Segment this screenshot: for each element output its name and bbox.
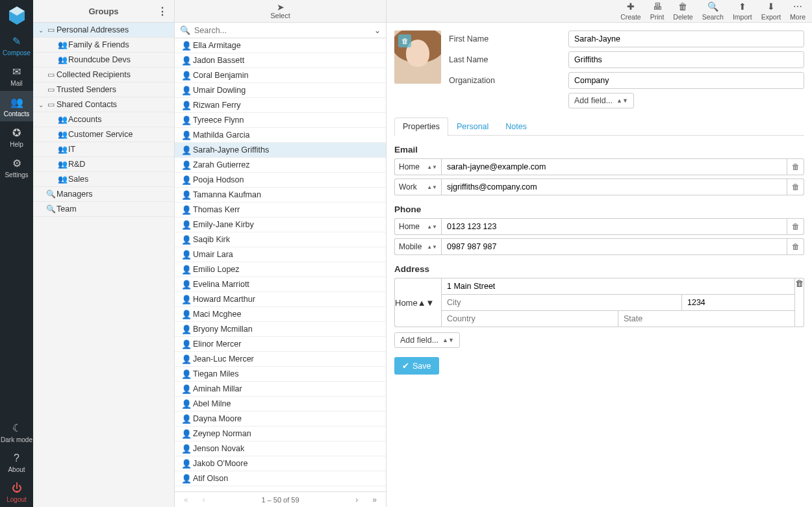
contact-item[interactable]: 👤Jean-Luc Mercer [175,352,386,367]
group-node[interactable]: ⌄▭Personal Addresses [33,23,174,38]
contact-item[interactable]: 👤Emily-Jane Kirby [175,217,386,232]
contact-item[interactable]: 👤Rizwan Ferry [175,98,386,113]
contact-item[interactable]: 👤Elinor Mercer [175,337,386,352]
pager-last-icon[interactable]: » [372,495,377,504]
nav-help[interactable]: ✪Help [0,121,33,152]
contact-item[interactable]: 👤Atif Olson [175,471,386,486]
contact-item[interactable]: 👤Maci Mcghee [175,307,386,322]
contact-item[interactable]: 👤Tiegan Miles [175,367,386,382]
phone-input[interactable] [441,218,787,235]
phone-input[interactable] [441,238,787,255]
import-button[interactable]: ⬆Import [733,1,752,21]
contact-name: Tamanna Kaufman [193,190,261,199]
contact-item[interactable]: 👤Zeynep Norman [175,427,386,441]
first-name-input[interactable] [568,31,804,47]
group-node[interactable]: 🔍Team [33,202,174,217]
contact-item[interactable]: 👤Bryony Mcmillan [175,322,386,337]
group-node[interactable]: ▭Collected Recipients [33,68,174,82]
group-node[interactable]: 👥Family & Friends [33,38,174,53]
delete-row-button[interactable]: 🗑 [787,179,804,195]
nav-mail[interactable]: ✉Mail [0,60,33,91]
email-input[interactable] [441,179,787,195]
contact-item[interactable]: 👤Emilio Lopez [175,262,386,277]
tab-properties[interactable]: Properties [394,117,448,136]
print-button[interactable]: 🖶Print [650,1,665,21]
more-button[interactable]: ⋯More [790,1,806,21]
expand-icon[interactable]: ⌄ [37,101,45,108]
contact-item[interactable]: 👤Umair Dowling [175,83,386,98]
contact-item[interactable]: 👤Jadon Bassett [175,53,386,68]
delete-row-button[interactable]: 🗑 [787,158,804,175]
pager-first-icon[interactable]: « [184,495,188,504]
contact-item[interactable]: 👤Evelina Marriott [175,277,386,292]
export-button[interactable]: ⬇Export [761,1,781,21]
contact-item[interactable]: 👤Tamanna Kaufman [175,188,386,203]
delete-button[interactable]: 🗑Delete [673,1,692,21]
add-field-select-2[interactable]: Add field...▲▼ [394,332,460,348]
group-node[interactable]: 👥R&D [33,157,174,172]
pager-prev-icon[interactable]: ‹ [203,495,205,504]
search-options-icon[interactable]: ⌄ [374,26,381,35]
group-node[interactable]: 👥Roundcube Devs [33,53,174,68]
street-input[interactable] [441,278,795,294]
group-node[interactable]: 🔍Managers [33,187,174,202]
pager-next-icon[interactable]: › [355,495,358,504]
phone-type-select[interactable]: Home▲▼ [394,218,441,235]
contact-item[interactable]: 👤Zarah Gutierrez [175,158,386,173]
contact-item[interactable]: 👤Umair Lara [175,247,386,262]
last-name-input[interactable] [568,51,804,68]
nav-settings[interactable]: ⚙Settings [0,152,33,182]
contact-item[interactable]: 👤Abel Milne [175,397,386,412]
group-node[interactable]: ▭Trusted Senders [33,82,174,97]
group-node[interactable]: 👥IT [33,142,174,157]
avatar[interactable]: 🗑 [394,31,441,84]
contact-item[interactable]: 👤Jenson Novak [175,441,386,456]
contact-item[interactable]: 👤Jakob O'Moore [175,456,386,471]
nav-logout[interactable]: ⏻Logout [0,477,33,507]
delete-row-button[interactable]: 🗑 [787,218,804,235]
contact-item[interactable]: 👤Howard Mcarthur [175,292,386,307]
city-input[interactable] [441,294,681,310]
nav-compose[interactable]: ✎Compose [0,30,33,60]
expand-icon[interactable]: ⌄ [37,27,45,34]
contact-item[interactable]: 👤Pooja Hodson [175,173,386,188]
contact-item[interactable]: 👤Ella Armitage [175,38,386,53]
country-input[interactable] [441,310,618,327]
nav-about[interactable]: ?About [0,447,33,477]
org-input[interactable] [568,72,804,89]
nav-contacts[interactable]: 👥Contacts [0,91,33,121]
tab-personal[interactable]: Personal [448,117,497,135]
contact-item[interactable]: 👤Thomas Kerr [175,203,386,217]
search-input[interactable] [194,26,374,35]
contact-item[interactable]: 👤Coral Benjamin [175,68,386,83]
address-type-select[interactable]: Home▲▼ [394,278,441,327]
zip-input[interactable] [681,294,795,310]
nav-darkmode[interactable]: ☾Dark mode [0,417,33,447]
group-node[interactable]: ⌄▭Shared Contacts [33,97,174,112]
select-cursor-icon[interactable]: ➤ [277,3,285,12]
email-type-select[interactable]: Work▲▼ [394,179,441,195]
contact-item[interactable]: 👤Dayna Moore [175,412,386,427]
group-node[interactable]: 👥Customer Service [33,127,174,142]
search-button[interactable]: 🔍Search [702,1,724,21]
contact-item[interactable]: 👤Mathilda Garcia [175,128,386,143]
tab-notes[interactable]: Notes [497,117,535,135]
state-input[interactable] [618,310,795,327]
avatar-delete-icon[interactable]: 🗑 [398,34,411,47]
email-input[interactable] [441,158,787,175]
contact-item[interactable]: 👤Sarah-Jayne Griffiths [175,143,386,158]
save-button[interactable]: ✔Save [394,357,439,375]
contact-item[interactable]: 👤Saqib Kirk [175,232,386,247]
phone-type-select[interactable]: Mobile▲▼ [394,238,441,255]
address-section: Address Home▲▼ 🗑 Add field...▲▼ ✔Save [394,264,804,375]
email-type-select[interactable]: Home▲▼ [394,158,441,175]
group-node[interactable]: 👥Accounts [33,112,174,127]
groups-menu-icon[interactable]: ⋮ [157,5,168,18]
group-node[interactable]: 👥Sales [33,172,174,187]
contact-item[interactable]: 👤Tyreece Flynn [175,113,386,128]
contact-item[interactable]: 👤Aminah Millar [175,382,386,397]
create-button[interactable]: ✚Create [620,1,641,21]
add-field-select[interactable]: Add field...▲▼ [568,93,634,108]
delete-row-button[interactable]: 🗑 [795,278,804,327]
delete-row-button[interactable]: 🗑 [787,238,804,255]
